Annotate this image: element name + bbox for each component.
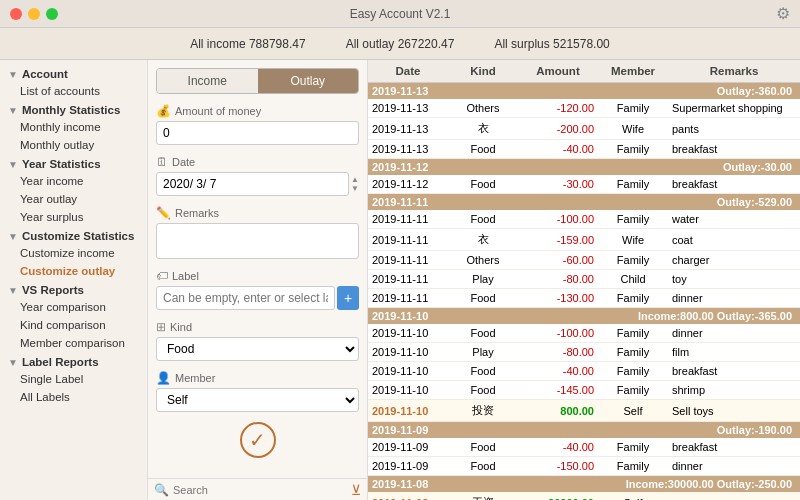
traffic-lights bbox=[10, 8, 58, 20]
sidebar-item-customize-outlay[interactable]: Customize outlay bbox=[0, 262, 147, 280]
table-row[interactable]: 2019-11-08 工资 30000.00 Self pay bbox=[368, 492, 800, 500]
calendar-icon: 🗓 bbox=[156, 155, 168, 169]
minimize-button[interactable] bbox=[28, 8, 40, 20]
sidebar-item-year-income[interactable]: Year income bbox=[0, 172, 147, 190]
search-input[interactable] bbox=[173, 484, 347, 496]
filter-icon[interactable]: ⊻ bbox=[351, 482, 361, 498]
close-button[interactable] bbox=[10, 8, 22, 20]
amount-label: 💰 Amount of money bbox=[156, 104, 359, 118]
cell-kind: 衣 bbox=[448, 118, 518, 139]
sidebar-group-label-4[interactable]: ▼ VS Reports bbox=[0, 280, 147, 298]
cell-member: Child bbox=[598, 270, 668, 288]
sidebar-item-all-labels[interactable]: All Labels bbox=[0, 388, 147, 406]
table-row[interactable]: 2019-11-11 Play -80.00 Child toy bbox=[368, 270, 800, 289]
cell-date: 2019-11-10 bbox=[368, 381, 448, 399]
date-group-summary: Outlay:-30.00 bbox=[723, 161, 792, 173]
cell-amount: -120.00 bbox=[518, 99, 598, 117]
cell-remarks: breakfast bbox=[668, 140, 800, 158]
sidebar-group-label-5[interactable]: ▼ Label Reports bbox=[0, 352, 147, 370]
cell-member: Family bbox=[598, 381, 668, 399]
table-row[interactable]: 2019-11-10 Play -80.00 Family film bbox=[368, 343, 800, 362]
cell-date: 2019-11-13 bbox=[368, 140, 448, 158]
cell-remarks: charger bbox=[668, 251, 800, 269]
table-row[interactable]: 2019-11-10 Food -145.00 Family shrimp bbox=[368, 381, 800, 400]
cell-kind: Others bbox=[448, 251, 518, 269]
settings-icon[interactable]: ⚙ bbox=[776, 4, 790, 23]
table-row[interactable]: 2019-11-11 衣 -159.00 Wife coat bbox=[368, 229, 800, 251]
all-income-stat: All income 788798.47 bbox=[190, 37, 305, 51]
cell-kind: Play bbox=[448, 270, 518, 288]
label-input-wrap: + bbox=[156, 286, 359, 310]
member-select[interactable]: Self bbox=[156, 388, 359, 412]
table-row[interactable]: 2019-11-11 Food -100.00 Family water bbox=[368, 210, 800, 229]
sidebar-item-monthly-income[interactable]: Monthly income bbox=[0, 118, 147, 136]
cell-member: Family bbox=[598, 175, 668, 193]
cell-date: 2019-11-10 bbox=[368, 362, 448, 380]
search-icon: 🔍 bbox=[154, 483, 169, 497]
cell-remarks: pay bbox=[668, 494, 800, 501]
cell-amount: -130.00 bbox=[518, 289, 598, 307]
right-panel: Date Kind Amount Member Remarks 2019-11-… bbox=[368, 60, 800, 500]
table-row[interactable]: 2019-11-10 Food -100.00 Family dinner bbox=[368, 324, 800, 343]
cell-member: Family bbox=[598, 457, 668, 475]
member-section: 👤 Member Self bbox=[156, 371, 359, 412]
cell-amount: -145.00 bbox=[518, 381, 598, 399]
date-down-arrow[interactable]: ▼ bbox=[351, 185, 359, 193]
sidebar-group-label-3[interactable]: ▼ Customize Statistics bbox=[0, 226, 147, 244]
cell-remarks: Supermarket shopping bbox=[668, 99, 800, 117]
table-row[interactable]: 2019-11-09 Food -150.00 Family dinner bbox=[368, 457, 800, 476]
cell-amount: -40.00 bbox=[518, 362, 598, 380]
kind-select[interactable]: Food bbox=[156, 337, 359, 361]
cell-member: Family bbox=[598, 210, 668, 228]
cell-remarks: breakfast bbox=[668, 175, 800, 193]
table-row[interactable]: 2019-11-13 衣 -200.00 Wife pants bbox=[368, 118, 800, 140]
sidebar-group-label-2[interactable]: ▼ Year Statistics bbox=[0, 154, 147, 172]
label-input[interactable] bbox=[156, 286, 335, 310]
sidebar-item-single-label[interactable]: Single Label bbox=[0, 370, 147, 388]
header-kind: Kind bbox=[448, 60, 518, 82]
table-row[interactable]: 2019-11-10 投资 800.00 Self Sell toys bbox=[368, 400, 800, 422]
income-toggle-button[interactable]: Income bbox=[157, 69, 258, 93]
table-row[interactable]: 2019-11-10 Food -40.00 Family breakfast bbox=[368, 362, 800, 381]
date-label: 🗓 Date bbox=[156, 155, 359, 169]
sidebar-item-member-comparison[interactable]: Member comparison bbox=[0, 334, 147, 352]
remarks-icon: ✏️ bbox=[156, 206, 171, 220]
cell-date: 2019-11-10 bbox=[368, 402, 448, 420]
cell-date: 2019-11-11 bbox=[368, 289, 448, 307]
sidebar-group-label-0[interactable]: ▼ Account bbox=[0, 64, 147, 82]
date-section: 🗓 Date ▲ ▼ bbox=[156, 155, 359, 196]
sidebar-item-list-of-accounts[interactable]: List of accounts bbox=[0, 82, 147, 100]
header-member: Member bbox=[598, 60, 668, 82]
table-row[interactable]: 2019-11-11 Food -130.00 Family dinner bbox=[368, 289, 800, 308]
sidebar-group-label-1[interactable]: ▼ Monthly Statistics bbox=[0, 100, 147, 118]
outlay-toggle-button[interactable]: Outlay bbox=[258, 69, 359, 93]
sidebar-item-customize-income[interactable]: Customize income bbox=[0, 244, 147, 262]
sidebar-item-year-comparison[interactable]: Year comparison bbox=[0, 298, 147, 316]
table-row[interactable]: 2019-11-11 Others -60.00 Family charger bbox=[368, 251, 800, 270]
date-input[interactable] bbox=[156, 172, 349, 196]
date-group-date: 2019-11-12 bbox=[372, 161, 723, 173]
cell-member: Self bbox=[598, 494, 668, 501]
date-up-arrow[interactable]: ▲ bbox=[351, 176, 359, 184]
table-row[interactable]: 2019-11-12 Food -30.00 Family breakfast bbox=[368, 175, 800, 194]
cell-member: Family bbox=[598, 99, 668, 117]
cell-remarks: dinner bbox=[668, 324, 800, 342]
table-row[interactable]: 2019-11-09 Food -40.00 Family breakfast bbox=[368, 438, 800, 457]
cell-kind: Food bbox=[448, 381, 518, 399]
remarks-input[interactable] bbox=[156, 223, 359, 259]
sidebar-item-year-outlay[interactable]: Year outlay bbox=[0, 190, 147, 208]
table-row[interactable]: 2019-11-13 Others -120.00 Family Superma… bbox=[368, 99, 800, 118]
sidebar-item-monthly-outlay[interactable]: Monthly outlay bbox=[0, 136, 147, 154]
maximize-button[interactable] bbox=[46, 8, 58, 20]
amount-input[interactable] bbox=[156, 121, 359, 145]
cell-amount: -100.00 bbox=[518, 324, 598, 342]
sidebar-item-kind-comparison[interactable]: Kind comparison bbox=[0, 316, 147, 334]
date-group-summary: Outlay:-529.00 bbox=[717, 196, 792, 208]
sidebar-item-year-surplus[interactable]: Year surplus bbox=[0, 208, 147, 226]
header-remarks: Remarks bbox=[668, 60, 800, 82]
table-row[interactable]: 2019-11-13 Food -40.00 Family breakfast bbox=[368, 140, 800, 159]
confirm-button[interactable]: ✓ bbox=[240, 422, 276, 458]
label-add-button[interactable]: + bbox=[337, 286, 359, 310]
cell-remarks: dinner bbox=[668, 289, 800, 307]
cell-amount: -30.00 bbox=[518, 175, 598, 193]
